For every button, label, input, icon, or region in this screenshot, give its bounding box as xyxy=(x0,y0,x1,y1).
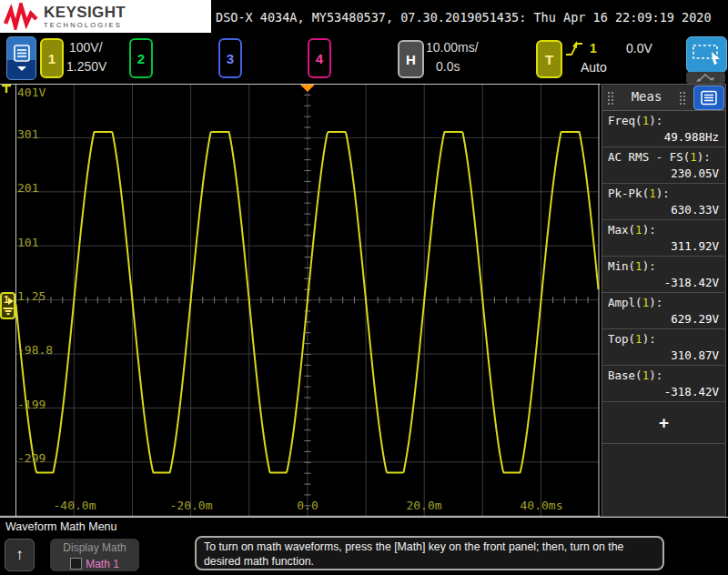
rising-edge-trigger-icon xyxy=(564,40,584,58)
measurement-row: AC RMS - FS(1): 230.05V xyxy=(602,147,725,184)
keysight-logo: KEYSIGHT TECHNOLOGIES xyxy=(0,0,211,33)
y-axis-label: 1.25 xyxy=(17,289,46,303)
y-axis-label: 101 xyxy=(17,236,38,249)
menu-list-icon xyxy=(700,90,718,106)
x-axis-label: -20.0m xyxy=(170,499,213,512)
measurement-value: -318.42V xyxy=(608,385,719,398)
x-axis-label: 40.0ms xyxy=(521,499,563,512)
logo-technologies: TECHNOLOGIES xyxy=(44,22,126,29)
timebase-readout: 10.00ms/ xyxy=(426,40,479,55)
toolbar: 1 100V/ 1.250V 2 3 4 H 10.00ms/ 0.0s T 1… xyxy=(0,34,728,84)
waveform-arrows-icon xyxy=(695,73,717,83)
measurement-row: Max(1): 311.92V xyxy=(602,220,725,257)
panel-title: Meas xyxy=(602,89,691,104)
info-message-box: To turn on math waveforms, press the [Ma… xyxy=(195,536,664,570)
x-axis-label: -40.0m xyxy=(54,499,96,512)
y-axis-label: -199 xyxy=(17,398,46,411)
keysight-spark-icon xyxy=(4,3,38,30)
measurements-panel: Meas Freq(1): 49.988Hz AC RMS - FS(1): 2… xyxy=(602,84,726,517)
channel-3-button[interactable]: 3 xyxy=(218,38,242,78)
menu-list-icon xyxy=(12,44,32,73)
ground-arrow-icon xyxy=(8,298,14,305)
measurement-row: Pk-Pk(1): 630.33V xyxy=(602,184,725,220)
math1-checkbox[interactable] xyxy=(70,558,82,570)
rectangle-select-button[interactable] xyxy=(686,36,727,73)
add-measurement-button[interactable]: + xyxy=(602,402,725,444)
measurement-row: Top(1): 310.87V xyxy=(602,329,725,366)
y-axis-label: 301 xyxy=(17,127,38,141)
dashed-select-icon xyxy=(692,44,723,66)
top-status-bar: KEYSIGHT TECHNOLOGIES DSO-X 4034A, MY534… xyxy=(0,0,728,34)
delay-readout: 0.0s xyxy=(436,59,460,74)
ch1-offset-readout: 1.250V xyxy=(66,59,106,74)
x-axis-label: 0.0 xyxy=(297,499,318,512)
x-axis-label: 20.0m xyxy=(406,499,441,512)
ground-symbol-icon xyxy=(3,308,13,309)
channel-1-button[interactable]: 1 xyxy=(40,38,64,78)
channel-1-ground-marker[interactable]: 1 xyxy=(0,292,15,319)
measurement-value: 629.29V xyxy=(608,312,719,326)
menu-up-button[interactable]: ↑ xyxy=(5,539,35,571)
measurement-value: 49.988Hz xyxy=(608,130,719,144)
softkey-menu-bar: Waveform Math Menu ↑ Display Math Math 1… xyxy=(0,518,728,575)
logo-keysight: KEYSIGHT xyxy=(44,5,126,20)
measurement-row: Base(1): -318.42V xyxy=(602,366,725,402)
trigger-level-readout: 0.0V xyxy=(626,41,652,55)
main-menu-button[interactable] xyxy=(6,36,36,80)
graticule-and-waveform xyxy=(0,84,601,517)
measurements-menu-button[interactable] xyxy=(693,86,724,110)
up-arrow-icon: ↑ xyxy=(15,546,24,564)
channel-4-button[interactable]: 4 xyxy=(308,38,331,78)
display-math-softkey[interactable]: Display Math Math 1 xyxy=(50,539,139,571)
channel-2-button[interactable]: 2 xyxy=(129,38,153,78)
menu-title: Waveform Math Menu xyxy=(5,520,117,533)
waveform-drag-button[interactable] xyxy=(686,72,725,84)
measurement-value: 310.87V xyxy=(608,348,719,362)
y-axis-label: -98.8 xyxy=(17,343,53,357)
oscilloscope-screen: KEYSIGHT TECHNOLOGIES DSO-X 4034A, MY534… xyxy=(0,0,728,575)
trigger-mode-readout: Auto xyxy=(581,60,607,75)
ch1-scale-readout: 100V/ xyxy=(69,40,103,55)
horizontal-button[interactable]: H xyxy=(398,40,424,78)
trigger-level-marker[interactable] xyxy=(0,84,13,95)
y-axis-label: -299 xyxy=(17,451,46,465)
measurement-value: 630.33V xyxy=(608,203,719,217)
measurement-value: 230.05V xyxy=(608,166,719,180)
waveform-display: 401V 301 201 101 1.25 -98.8 -199 -299 -4… xyxy=(0,84,601,517)
trigger-source-readout: 1 xyxy=(590,41,597,55)
measurement-row: Freq(1): 49.988Hz xyxy=(602,111,725,147)
y-axis-label: 401V xyxy=(17,86,46,99)
measurement-row: Ampl(1): 629.29V xyxy=(602,293,725,329)
measurement-value: -318.42V xyxy=(608,276,719,289)
measurement-value: 311.92V xyxy=(608,239,719,253)
measurement-row: Min(1): -318.42V xyxy=(602,257,725,293)
measurements-panel-header[interactable]: Meas xyxy=(602,85,725,111)
instrument-id-title: DSO-X 4034A, MY53480537, 07.30.201905143… xyxy=(216,10,712,25)
y-axis-label: 201 xyxy=(17,181,38,195)
trigger-button[interactable]: T xyxy=(536,40,562,78)
